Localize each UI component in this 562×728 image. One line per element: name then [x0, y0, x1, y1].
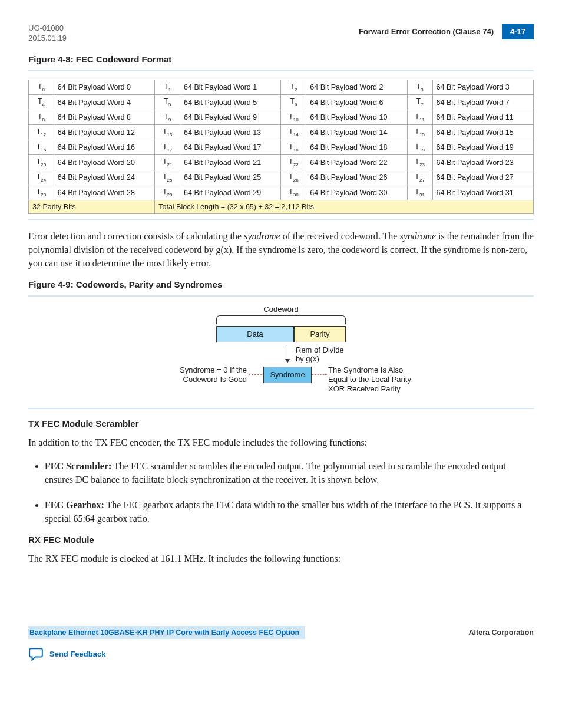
t-subscript-cell: T10 — [281, 110, 306, 125]
t-subscript-cell: T17 — [155, 140, 180, 155]
brace-icon — [216, 315, 346, 324]
doc-id: UG-01080 — [28, 24, 67, 34]
t-subscript-cell: T16 — [29, 140, 54, 155]
payload-word-cell: 64 Bit Payload Word 12 — [54, 125, 154, 140]
divider — [28, 408, 534, 409]
t-subscript-cell: T1 — [155, 80, 180, 95]
t-subscript-cell: T27 — [407, 170, 432, 185]
table-row: T1264 Bit Payload Word 12T1364 Bit Paylo… — [29, 125, 534, 140]
t-subscript-cell: T26 — [281, 170, 306, 185]
t-subscript-cell: T25 — [155, 170, 180, 185]
payload-word-cell: 64 Bit Payload Word 30 — [306, 185, 407, 200]
t-subscript-cell: T13 — [155, 125, 180, 140]
tx-fec-heading: TX FEC Module Scrambler — [28, 419, 534, 429]
figure-4-9-caption: Figure 4-9: Codewords, Parity and Syndro… — [28, 279, 534, 289]
rx-fec-heading: RX FEC Module — [28, 535, 534, 545]
payload-word-cell: 64 Bit Payload Word 25 — [180, 170, 281, 185]
t-subscript-cell: T2 — [281, 80, 306, 95]
send-feedback-link[interactable]: Send Feedback — [28, 646, 105, 661]
payload-word-cell: 64 Bit Payload Word 5 — [180, 95, 281, 110]
table-row: T2064 Bit Payload Word 20T2164 Bit Paylo… — [29, 155, 534, 170]
section-title: Forward Error Correction (Clause 74) — [359, 27, 494, 36]
fec-scrambler-item: FEC Scrambler: The FEC scrambler scrambl… — [45, 459, 534, 486]
payload-word-cell: 64 Bit Payload Word 31 — [432, 185, 533, 200]
t-subscript-cell: T4 — [29, 95, 54, 110]
payload-word-cell: 64 Bit Payload Word 23 — [432, 155, 533, 170]
payload-word-cell: 64 Bit Payload Word 20 — [54, 155, 154, 170]
figure-4-9-diagram: Codeword Data Parity Rem of Divide by g(… — [122, 305, 440, 402]
syndrome-equal-note: The Syndrome Is Also Equal to the Local … — [328, 365, 411, 393]
t-subscript-cell: T9 — [155, 110, 180, 125]
data-box: Data — [216, 326, 294, 342]
dash-connector-icon — [249, 374, 262, 375]
payload-word-cell: 64 Bit Payload Word 24 — [54, 170, 154, 185]
send-feedback-label: Send Feedback — [49, 650, 105, 658]
syndrome-zero-note: Syndrome = 0 If the Codeword Is Good — [180, 365, 247, 384]
payload-word-cell: 64 Bit Payload Word 28 — [54, 185, 154, 200]
payload-word-cell: 64 Bit Payload Word 10 — [306, 110, 407, 125]
t-subscript-cell: T19 — [407, 140, 432, 155]
table-row: T2464 Bit Payload Word 24T2564 Bit Paylo… — [29, 170, 534, 185]
payload-word-cell: 64 Bit Payload Word 26 — [306, 170, 407, 185]
payload-word-cell: 64 Bit Payload Word 13 — [180, 125, 281, 140]
payload-word-cell: 64 Bit Payload Word 11 — [432, 110, 533, 125]
payload-word-cell: 64 Bit Payload Word 7 — [432, 95, 533, 110]
t-subscript-cell: T31 — [407, 185, 432, 200]
t-subscript-cell: T6 — [281, 95, 306, 110]
divider — [28, 70, 534, 71]
tx-fec-intro: In addition to the TX FEC encoder, the T… — [28, 436, 534, 449]
payload-word-cell: 64 Bit Payload Word 8 — [54, 110, 154, 125]
t-subscript-cell: T8 — [29, 110, 54, 125]
t-subscript-cell: T14 — [281, 125, 306, 140]
t-subscript-cell: T20 — [29, 155, 54, 170]
payload-word-cell: 64 Bit Payload Word 4 — [54, 95, 154, 110]
doc-date: 2015.01.19 — [28, 34, 67, 44]
t-subscript-cell: T3 — [407, 80, 432, 95]
payload-word-cell: 64 Bit Payload Word 18 — [306, 140, 407, 155]
t-subscript-cell: T28 — [29, 185, 54, 200]
t-subscript-cell: T11 — [407, 110, 432, 125]
payload-word-cell: 64 Bit Payload Word 14 — [306, 125, 407, 140]
header-right: Forward Error Correction (Clause 74) 4-1… — [359, 24, 534, 39]
page-footer: Backplane Ethernet 10GBASE-KR PHY IP Cor… — [28, 626, 534, 639]
rx-fec-intro: The RX FEC module is clocked at 161.1 MH… — [28, 552, 534, 565]
payload-word-cell: 64 Bit Payload Word 15 — [432, 125, 533, 140]
block-length-cell: Total Block Length = (32 x 65) + 32 = 2,… — [155, 200, 534, 213]
body-paragraph: Error detection and correction consists … — [28, 229, 534, 271]
payload-word-cell: 64 Bit Payload Word 19 — [432, 140, 533, 155]
divider — [28, 219, 534, 220]
payload-word-cell: 64 Bit Payload Word 17 — [180, 140, 281, 155]
t-subscript-cell: T22 — [281, 155, 306, 170]
payload-word-cell: 64 Bit Payload Word 29 — [180, 185, 281, 200]
table-row: 32 Parity BitsTotal Block Length = (32 x… — [29, 200, 534, 213]
payload-word-cell: 64 Bit Payload Word 6 — [306, 95, 407, 110]
t-subscript-cell: T12 — [29, 125, 54, 140]
divider — [28, 295, 534, 297]
t-subscript-cell: T18 — [281, 140, 306, 155]
page-header: UG-01080 2015.01.19 Forward Error Correc… — [28, 24, 534, 44]
fec-gearbox-item: FEC Gearbox: The FEC gearbox adapts the … — [45, 498, 534, 525]
t-subscript-cell: T23 — [407, 155, 432, 170]
t-subscript-cell: T29 — [155, 185, 180, 200]
syndrome-box: Syndrome — [263, 367, 312, 383]
speech-bubble-icon — [28, 646, 44, 661]
footer-company: Altera Corporation — [469, 628, 534, 637]
payload-word-cell: 64 Bit Payload Word 2 — [306, 80, 407, 95]
rem-of-divide-label: Rem of Divide by g(x) — [296, 346, 344, 364]
payload-word-cell: 64 Bit Payload Word 21 — [180, 155, 281, 170]
table-row: T2864 Bit Payload Word 28T2964 Bit Paylo… — [29, 185, 534, 200]
payload-word-cell: 64 Bit Payload Word 3 — [432, 80, 533, 95]
table-row: T464 Bit Payload Word 4T564 Bit Payload … — [29, 95, 534, 110]
payload-word-cell: 64 Bit Payload Word 1 — [180, 80, 281, 95]
header-left: UG-01080 2015.01.19 — [28, 24, 67, 44]
t-subscript-cell: T30 — [281, 185, 306, 200]
payload-word-cell: 64 Bit Payload Word 27 — [432, 170, 533, 185]
dash-connector-icon — [312, 374, 327, 375]
t-subscript-cell: T5 — [155, 95, 180, 110]
payload-word-cell: 64 Bit Payload Word 9 — [180, 110, 281, 125]
parity-bits-cell: 32 Parity Bits — [29, 200, 155, 213]
t-subscript-cell: T21 — [155, 155, 180, 170]
page-number: 4-17 — [502, 24, 534, 39]
payload-word-cell: 64 Bit Payload Word 22 — [306, 155, 407, 170]
table-row: T064 Bit Payload Word 0T164 Bit Payload … — [29, 80, 534, 95]
